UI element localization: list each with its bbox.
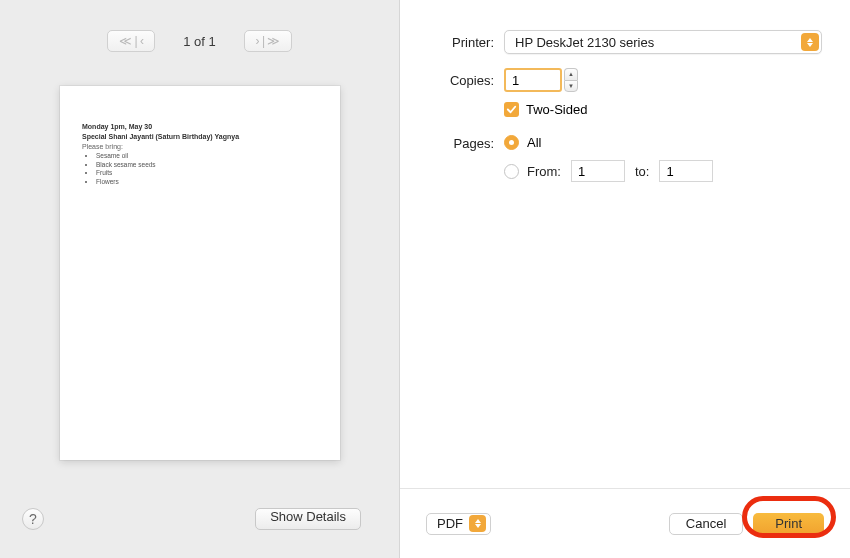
updown-arrows-icon: [469, 515, 486, 532]
page-first-prev-button[interactable]: ≪ | ‹: [107, 30, 155, 52]
pages-from-label: From:: [527, 164, 561, 179]
page-preview: Monday 1pm, May 30 Special Shani Jayanti…: [60, 86, 340, 460]
preview-list-item: Flowers: [96, 178, 318, 186]
two-sided-checkbox[interactable]: [504, 102, 519, 117]
pages-to-label: to:: [635, 164, 649, 179]
preview-pane: ≪ | ‹ 1 of 1 › | ≫ Monday 1pm, May 30 Sp…: [0, 0, 400, 558]
pages-from-input[interactable]: [571, 160, 625, 182]
chevron-left-icon: ‹: [140, 34, 144, 48]
page-next-last-button[interactable]: › | ≫: [244, 30, 292, 52]
pages-to-input[interactable]: [659, 160, 713, 182]
help-button[interactable]: ?: [22, 508, 44, 530]
page-nav: ≪ | ‹ 1 of 1 › | ≫: [0, 0, 399, 52]
stepper-down-icon[interactable]: ▼: [564, 80, 578, 93]
preview-line2: Special Shani Jayanti (Saturn Birthday) …: [82, 132, 318, 141]
pages-label: Pages:: [400, 135, 504, 151]
dialog-footer: PDF Cancel Print: [400, 488, 850, 558]
show-details-button[interactable]: Show Details: [255, 508, 361, 530]
preview-list-item: Black sesame seeds: [96, 161, 318, 169]
copies-input[interactable]: [504, 68, 562, 92]
pages-row: Pages: All From: to:: [400, 135, 822, 182]
print-button[interactable]: Print: [753, 513, 824, 535]
stepper-up-icon[interactable]: ▲: [564, 68, 578, 80]
pdf-label: PDF: [437, 516, 463, 531]
pages-all-label: All: [527, 135, 541, 150]
printer-select[interactable]: HP DeskJet 2130 series: [504, 30, 822, 54]
pages-all-radio[interactable]: [504, 135, 519, 150]
two-sided-label: Two-Sided: [526, 102, 587, 117]
double-chevron-right-icon: ≫: [267, 34, 280, 48]
pdf-menu-button[interactable]: PDF: [426, 513, 491, 535]
printer-label: Printer:: [400, 35, 504, 50]
page-indicator: 1 of 1: [183, 34, 216, 49]
check-icon: [506, 104, 517, 115]
printer-value: HP DeskJet 2130 series: [515, 35, 654, 50]
print-options-pane: Printer: HP DeskJet 2130 series Copies: …: [400, 0, 850, 558]
copies-label: Copies:: [400, 73, 504, 88]
printer-row: Printer: HP DeskJet 2130 series: [400, 30, 822, 54]
copies-row: Copies: ▲ ▼: [400, 68, 822, 92]
double-chevron-left-icon: ≪: [119, 34, 132, 48]
preview-list: Sesame oil Black sesame seeds Fruits Flo…: [96, 152, 318, 186]
preview-list-item: Fruits: [96, 169, 318, 177]
copies-stepper[interactable]: ▲ ▼: [564, 68, 578, 92]
two-sided-row: Two-Sided: [400, 102, 822, 117]
help-icon: ?: [29, 511, 37, 527]
cancel-button[interactable]: Cancel: [669, 513, 743, 535]
preview-list-item: Sesame oil: [96, 152, 318, 160]
updown-arrows-icon: [801, 33, 819, 51]
chevron-right-icon: ›: [256, 34, 260, 48]
preview-line1: Monday 1pm, May 30: [82, 122, 318, 131]
preview-subhead: Please bring:: [82, 142, 318, 151]
pages-range-radio[interactable]: [504, 164, 519, 179]
